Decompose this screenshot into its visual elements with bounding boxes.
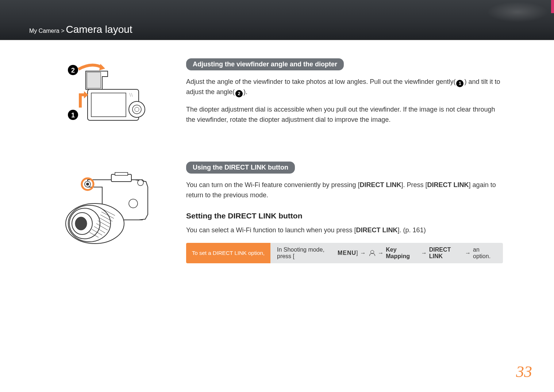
breadcrumb-parent: My Camera > — [29, 28, 64, 34]
callout-body: In Shooting mode, press [MENU] → → Key M… — [270, 243, 503, 263]
svg-point-31 — [86, 183, 89, 186]
bold-directlink: DIRECT LINK — [356, 226, 398, 234]
breadcrumb: My Camera > Camera layout — [29, 24, 132, 35]
heading-viewfinder: Adjusting the viewfinder angle and the d… — [186, 58, 344, 70]
paragraph-viewfinder-1: Adjust the angle of the viewfinder to ta… — [186, 77, 503, 97]
accent-bar — [551, 0, 554, 13]
arrow-icon: → — [360, 250, 366, 256]
arrow-icon: → — [421, 250, 427, 256]
svg-text:2: 2 — [71, 67, 75, 74]
text-column-2: Using the DIRECT LINK button You can tur… — [175, 162, 503, 263]
bold-directlink: DIRECT LINK — [360, 181, 401, 189]
text-fragment: ]. (p. 161) — [398, 226, 426, 234]
paragraph-viewfinder-2: The diopter adjustment dial is accessibl… — [186, 105, 503, 125]
svg-marker-7 — [99, 64, 105, 70]
svg-point-34 — [129, 199, 138, 208]
breadcrumb-current: Camera layout — [66, 24, 132, 35]
svg-point-19 — [75, 217, 87, 230]
text-column-1: Adjusting the viewfinder angle and the d… — [175, 58, 503, 132]
num-circle-2: 2 — [235, 90, 243, 97]
arrow-icon: → — [465, 250, 471, 256]
text-fragment: an option. — [473, 247, 496, 260]
heading-directlink: Using the DIRECT LINK button — [186, 162, 295, 174]
user-icon — [369, 250, 374, 256]
num-circle-1: 1 — [456, 80, 463, 87]
subheading-setting: Setting the DIRECT LINK button — [186, 211, 503, 220]
text-fragment: You can turn on the Wi-Fi feature conven… — [186, 181, 360, 189]
paragraph-directlink-2: You can select a Wi-Fi function to launc… — [186, 225, 503, 236]
text-fragment: ). — [243, 88, 247, 96]
section-directlink: Using the DIRECT LINK button You can tur… — [51, 162, 503, 263]
svg-text:1: 1 — [71, 112, 75, 119]
text-fragment: Adjust the angle of the viewfinder to ta… — [186, 78, 455, 85]
text-fragment: ] — [356, 250, 358, 256]
bold-directlink: DIRECT LINK — [429, 247, 463, 260]
content-area: 2 1 Adjusting the viewfinder angle and t… — [0, 40, 554, 292]
illustration-viewfinder: 2 1 — [51, 58, 175, 132]
svg-rect-5 — [87, 72, 101, 88]
callout-row: To set a DIRECT LINK option, In Shooting… — [186, 243, 503, 263]
bold-directlink: DIRECT LINK — [427, 181, 469, 189]
illustration-directlink — [51, 162, 175, 263]
arrow-icon: → — [378, 250, 384, 256]
section-viewfinder: 2 1 Adjusting the viewfinder angle and t… — [51, 58, 503, 132]
callout-label: To set a DIRECT LINK option, — [186, 243, 270, 263]
svg-point-4 — [135, 107, 139, 112]
svg-point-33 — [138, 180, 143, 186]
menu-label: MENU — [338, 250, 356, 256]
svg-rect-32 — [115, 172, 128, 175]
page-header: My Camera > Camera layout — [0, 0, 554, 40]
text-fragment: You can select a Wi-Fi function to launc… — [186, 226, 356, 234]
camera-viewfinder-diagram: 2 1 — [66, 58, 150, 128]
bold-keymapping: Key Mapping — [386, 247, 419, 260]
paragraph-directlink-1: You can turn on the Wi-Fi feature conven… — [186, 180, 503, 201]
svg-rect-1 — [91, 93, 126, 117]
header-decoration — [372, 0, 554, 40]
text-fragment: ]. Press [ — [401, 181, 427, 189]
page-number: 33 — [516, 362, 532, 381]
text-fragment: In Shooting mode, press [ — [277, 247, 338, 260]
camera-directlink-diagram — [58, 162, 153, 249]
